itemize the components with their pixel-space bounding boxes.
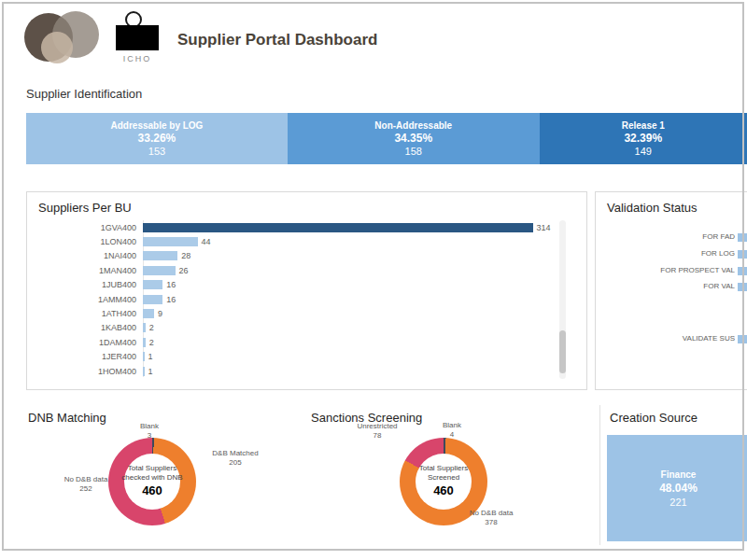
logo-emblem-box bbox=[116, 25, 159, 50]
logo-caption: ICHO bbox=[116, 54, 159, 63]
segment-label: Release 1 bbox=[622, 120, 665, 131]
segment-percent: 34.35% bbox=[394, 132, 432, 145]
bar[interactable] bbox=[143, 352, 145, 361]
suppliers-per-bu-panel: Suppliers Per BU 1GVA400 314 1LON400 44 … bbox=[26, 191, 587, 390]
segment-label: Non-Addressable bbox=[374, 120, 452, 131]
category-label: FOR LOG bbox=[701, 249, 735, 258]
value-label: 1 bbox=[148, 352, 153, 361]
dnb-callout-blank: Blank 3 bbox=[129, 422, 170, 441]
bar[interactable] bbox=[738, 233, 747, 242]
tile-percent: 48.04% bbox=[659, 482, 698, 495]
bar[interactable] bbox=[143, 251, 177, 260]
slice-value: 252 bbox=[56, 484, 116, 494]
bar[interactable] bbox=[143, 280, 162, 289]
page-title: Supplier Portal Dashboard bbox=[177, 31, 377, 49]
category-label: 1NAI400 bbox=[38, 251, 143, 260]
segment-count: 158 bbox=[405, 146, 422, 157]
category-label: 1AMM400 bbox=[38, 295, 143, 304]
bar[interactable] bbox=[143, 237, 198, 246]
bar[interactable] bbox=[143, 223, 533, 232]
segment-count: 149 bbox=[635, 146, 652, 157]
value-label: 2 bbox=[149, 338, 154, 347]
bar-row: 1JUB400 16 bbox=[27, 278, 586, 292]
dnb-callout-matched: D&B Matched 205 bbox=[200, 449, 271, 469]
value-label: 9 bbox=[158, 309, 162, 318]
bar[interactable] bbox=[143, 323, 146, 332]
stacked-segment-non-addressable[interactable]: Non-Addressable 34.35% 158 bbox=[288, 113, 540, 164]
suppliers-per-bu-chart: 1GVA400 314 1LON400 44 1NAI400 28 1MAN40… bbox=[27, 220, 586, 381]
creation-source-title: Creation Source bbox=[610, 411, 698, 425]
bar-row: 1JER400 1 bbox=[27, 350, 586, 364]
org-logo: ICHO bbox=[17, 11, 166, 69]
validation-row: FOR LOG bbox=[596, 248, 747, 259]
value-label: 16 bbox=[166, 280, 176, 289]
segment-percent: 33.26% bbox=[138, 132, 176, 145]
bar[interactable] bbox=[143, 367, 145, 376]
sanctions-callout-unrestricted: Unrestricted 78 bbox=[345, 422, 409, 441]
scrollbar-thumb[interactable] bbox=[559, 330, 566, 373]
category-label: 1LON400 bbox=[38, 237, 143, 246]
bar[interactable] bbox=[143, 338, 146, 347]
slice-label: Blank bbox=[431, 421, 472, 430]
value-label: 2 bbox=[149, 323, 154, 332]
category-label: 1JUB400 bbox=[38, 280, 143, 289]
stacked-segment-release-1[interactable]: Release 1 32.39% 149 bbox=[540, 113, 747, 164]
creation-source-treemap: Finance 48.04% 221 bbox=[607, 435, 747, 541]
bar-row: 1MAN400 26 bbox=[27, 263, 586, 277]
value-label: 28 bbox=[181, 251, 190, 260]
bar[interactable] bbox=[143, 266, 176, 275]
bar-row: 1ATH400 9 bbox=[27, 306, 586, 320]
slice-label: D&B Matched bbox=[200, 449, 271, 458]
bar[interactable] bbox=[143, 295, 162, 304]
dnb-donut-center: Total Suppliers checked with DNB 460 bbox=[108, 464, 196, 498]
category-label: VALIDATE SUS bbox=[683, 334, 735, 343]
sanctions-donut-center: Total Suppliers Screened 460 bbox=[400, 464, 487, 498]
category-label: FOR PROSPECT VAL bbox=[660, 266, 735, 274]
center-label: Total Suppliers bbox=[400, 464, 487, 473]
slice-value: 3 bbox=[129, 431, 170, 441]
slice-value: 78 bbox=[345, 431, 409, 441]
category-label: 1ATH400 bbox=[38, 309, 143, 318]
value-label: 44 bbox=[202, 237, 211, 246]
value-label: 1 bbox=[148, 367, 153, 376]
slice-value: 378 bbox=[459, 518, 523, 527]
bar-row: 1LON400 44 bbox=[27, 234, 586, 248]
validation-status-title: Validation Status bbox=[607, 201, 698, 215]
category-label: 1JER400 bbox=[38, 352, 143, 361]
supplier-identification-section-title: Supplier Identification bbox=[26, 87, 142, 101]
supplier-identification-stacked-bar: Addressable by LOG 33.26% 153 Non-Addres… bbox=[26, 113, 747, 164]
slice-value: 205 bbox=[200, 458, 271, 468]
bar[interactable] bbox=[738, 250, 747, 259]
bar-row: 1AMM400 16 bbox=[27, 292, 586, 306]
slice-value: 4 bbox=[431, 430, 472, 440]
center-total: 460 bbox=[108, 483, 196, 498]
validation-row: FOR FAD bbox=[596, 231, 747, 243]
bar[interactable] bbox=[143, 309, 154, 318]
slice-label: No D&B data bbox=[56, 475, 116, 484]
value-label: 314 bbox=[537, 223, 551, 232]
category-label: FOR FAD bbox=[702, 232, 735, 241]
sanctions-callout-blank: Blank 4 bbox=[431, 421, 472, 441]
center-total: 460 bbox=[400, 483, 487, 498]
bar[interactable] bbox=[738, 267, 747, 275]
bar-row: 1GVA400 314 bbox=[27, 220, 586, 234]
bar-row: 1NAI400 28 bbox=[27, 249, 586, 263]
slice-label: Blank bbox=[129, 422, 170, 431]
category-label: 1DAM400 bbox=[38, 338, 143, 347]
slice-label: No D&B data bbox=[459, 509, 523, 518]
category-label: FOR VAL bbox=[703, 282, 735, 290]
category-label: 1MAN400 bbox=[38, 266, 143, 275]
category-label: 1HOM400 bbox=[38, 367, 143, 376]
bar[interactable] bbox=[738, 335, 747, 343]
category-label: 1GVA400 bbox=[38, 223, 143, 232]
bar[interactable] bbox=[738, 283, 747, 291]
logo-circle-tan bbox=[41, 32, 73, 63]
segment-label: Addressable by LOG bbox=[110, 120, 203, 131]
treemap-tile-finance[interactable]: Finance 48.04% 221 bbox=[607, 435, 747, 541]
bar-row: 1DAM400 2 bbox=[27, 335, 586, 349]
stacked-segment-addressable-by-log[interactable]: Addressable by LOG 33.26% 153 bbox=[26, 113, 288, 164]
center-label: checked with DNB bbox=[108, 473, 196, 483]
vertical-scrollbar[interactable] bbox=[559, 220, 566, 379]
validation-row: VALIDATE SUS bbox=[596, 333, 747, 344]
center-label: Screened bbox=[400, 473, 487, 483]
